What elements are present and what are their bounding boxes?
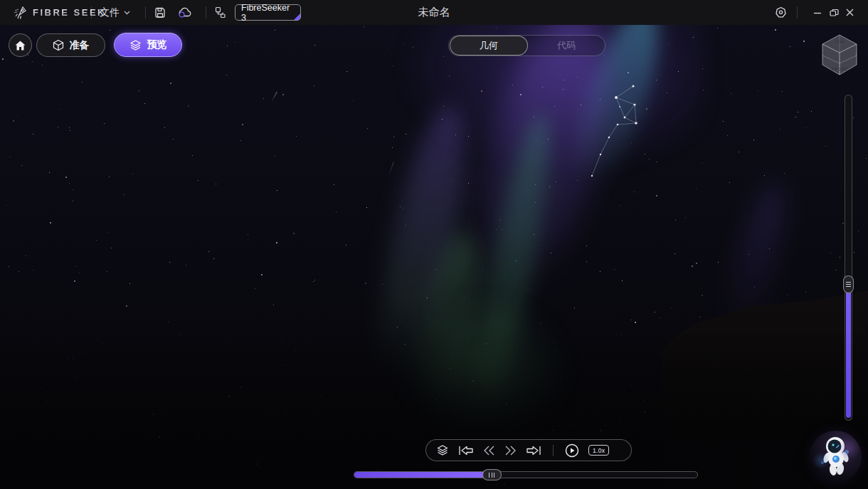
project-name: FibreSeeker 3 [241,3,295,23]
viewcube-front-label: FRONT [831,67,847,71]
timeline-fill[interactable] [354,472,492,478]
code-label: 代码 [557,39,576,52]
nebula-glow [838,436,859,461]
titlebar-divider [206,6,206,19]
timeline-slider [354,468,698,481]
titlebar-divider [91,6,92,19]
file-menu[interactable]: 文件 [100,0,130,25]
vertical-slider-fill[interactable] [846,284,851,418]
skip-to-end-icon [526,445,541,456]
layers-icon [436,444,449,456]
layers-icon [129,39,142,51]
aurora-ribbon [411,228,491,433]
skip-to-start-button[interactable] [458,445,474,456]
aurora-glow [398,295,569,438]
cloud-sync-icon [178,7,192,18]
play-button[interactable] [565,443,579,458]
layers-toggle-button[interactable] [436,444,449,456]
chevron-down-icon [124,11,130,15]
aurora-ribbon [364,100,481,384]
bottom-vignette [0,325,868,489]
playback-bar: 1.0x [425,439,632,461]
preview-label: 预览 [147,38,167,51]
settings-button[interactable] [775,0,787,25]
cloud-sync-button[interactable] [178,0,192,25]
project-selector[interactable]: FibreSeeker 3 [235,4,301,21]
meteor-streak [388,162,393,177]
fast-forward-button[interactable] [504,446,517,456]
assistant-mascot[interactable] [810,431,862,483]
aurora-ribbon [464,109,563,417]
viewcube-top-label: TOP [835,40,845,44]
preview-button[interactable]: 预览 [114,33,182,57]
geometry-label: 几何 [480,39,498,52]
app-window: FIBRE SEEK 文件 [0,0,868,489]
constellation-overlay [582,80,647,187]
play-icon [565,443,579,458]
floppy-save-icon [154,7,166,19]
skip-to-start-icon [458,445,474,456]
fast-forward-icon [504,446,517,456]
titlebar-divider [145,6,146,19]
rewind-button[interactable] [483,446,495,456]
vertical-slider-handle[interactable] [843,275,854,293]
home-button[interactable] [9,33,32,57]
minimize-button[interactable] [813,0,822,25]
meteor-streak [271,92,277,102]
playbar-divider [553,445,554,456]
titlebar: FIBRE SEEK 文件 [0,0,868,25]
aurora-ribbon [709,179,795,368]
project-corner-badge [294,14,300,20]
maximize-icon [830,9,839,17]
stars-layer [0,25,868,489]
rewind-icon [483,446,495,456]
timeline-handle[interactable] [482,469,502,480]
document-title: 未命名 [418,0,450,25]
skip-to-end-button[interactable] [526,445,541,456]
speed-label: 1.0x [593,447,605,454]
titlebar-divider [797,6,798,19]
rocket-icon [13,5,28,21]
app-logo: FIBRE SEEK [13,0,106,25]
gear-icon [775,6,787,19]
cube-icon [53,39,64,51]
prepare-button[interactable]: 准备 [36,33,105,57]
home-icon [15,41,26,51]
viewport-canvas[interactable]: 准备 预览 几何 代码 [0,25,868,489]
file-menu-label: 文件 [100,6,120,19]
close-icon [846,9,854,16]
tab-geometry[interactable]: 几何 [450,36,528,56]
vertical-slider [845,95,852,421]
tab-code[interactable]: 代码 [529,36,605,56]
maximize-button[interactable] [830,0,839,25]
node-tree-icon [215,0,227,25]
view-mode-toggle: 几何 代码 [448,35,605,56]
aurora-ribbon [455,25,631,305]
prepare-label: 准备 [70,39,90,52]
close-button[interactable] [846,0,854,25]
logo-text: FIBRE SEEK [33,7,106,18]
minimize-icon [813,9,822,17]
save-button[interactable] [154,0,166,25]
speed-button[interactable]: 1.0x [588,445,609,456]
viewcube-gizmo[interactable]: TOP FRONT [820,33,859,76]
nebula-glow [813,452,830,469]
